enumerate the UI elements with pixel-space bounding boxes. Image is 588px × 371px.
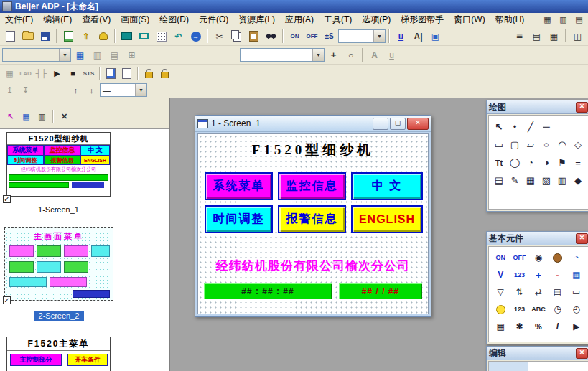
new-file-icon[interactable] [2,29,19,44]
menu-window[interactable]: 窗口(W) [449,12,490,27]
screen2-thumbnail[interactable]: 主画面菜单 [4,227,113,301]
scale-tool[interactable]: ▤ [491,172,507,189]
menu-tools[interactable]: 工具(T) [319,12,357,27]
alarm-bell-icon[interactable] [95,29,111,44]
combo-arrow-icon[interactable]: ▼ [373,30,385,42]
combo-arrow-icon[interactable]: ▼ [59,49,70,61]
go-online-icon[interactable]: → [187,29,204,44]
grid-snap-icon[interactable]: ▤ [528,29,545,44]
edit-palette-titlebar[interactable]: 编辑 ✕ [487,347,588,360]
screen-next-icon[interactable]: ▤ [106,47,123,62]
hmi-button-chinese[interactable]: 中 文 [351,172,423,200]
set-value-icon[interactable]: ±S [321,29,337,44]
screen-manager-icon[interactable]: ◫ [569,29,586,44]
text-align-icon[interactable]: A| [410,29,426,44]
help-doc-icon[interactable]: ▤ [571,13,587,27]
copy-icon[interactable] [228,29,245,44]
select-pointer-icon[interactable]: ↖ [3,110,18,123]
menu-file[interactable]: 文件(F) [0,12,38,27]
ladder-grid-icon[interactable]: ▦ [2,67,17,80]
increment-element[interactable]: + [529,266,548,283]
on-button-element[interactable]: ON [491,249,510,266]
cursor-tool[interactable]: ↖ [491,118,507,136]
tile-windows-icon[interactable]: ▦ [546,29,562,44]
screen-list-icon[interactable]: ▦ [72,47,88,62]
contact-on-icon[interactable]: ON [286,29,303,44]
lad-mode-icon[interactable]: LAD [18,67,33,80]
zoom-combo[interactable]: — ▼ [100,83,147,97]
ellipse-tool[interactable]: ○ [538,136,554,154]
table-tool[interactable]: ▦ [523,172,538,189]
polygon-tool[interactable]: ◇ [570,136,586,154]
align-a2-icon[interactable]: A [366,47,383,62]
chart-tool[interactable]: ▥ [554,172,570,189]
parallelogram-tool[interactable]: ▱ [523,136,538,154]
doc-clock-icon[interactable] [103,67,118,80]
history-table-element[interactable]: ▦ [491,318,510,335]
multistate-element[interactable]: ⇄ [529,283,548,301]
save-icon[interactable] [37,29,53,44]
titlebar[interactable]: Beijer ADP - [未命名] [0,0,588,13]
settings-element[interactable]: ✱ [510,318,528,335]
grid-screen-icon[interactable] [153,29,169,44]
outline-rect-icon[interactable] [136,29,152,44]
hmi-button-monitor-info[interactable]: 监控信息 [278,172,346,200]
screen1-thumbnail[interactable]: F1520型细纱机 系统菜单 监控信息 中 文 时间调整 报警信息 ENGLIS… [6,132,111,197]
object-combo[interactable]: ▼ [2,48,71,62]
step-element[interactable]: ⇅ [510,283,528,301]
combo-arrow-icon[interactable]: ▼ [312,49,324,61]
toggle-element[interactable]: ▽ [491,283,510,301]
nudge-up-icon[interactable]: ↥ [2,83,17,97]
pie-tool[interactable]: ◔ [523,154,538,172]
filled-rect-icon[interactable] [118,29,135,44]
screen-prev-icon[interactable]: ▥ [89,47,106,62]
hmi-button-english[interactable]: ENGLISH [351,205,423,233]
crosshair-icon[interactable]: ＋ [325,47,342,62]
menu-options[interactable]: 选项(P) [357,12,396,27]
image-tool[interactable]: ▧ [538,172,554,189]
arc-tool[interactable]: ◠ [554,136,570,154]
arrange-icon[interactable]: ▣ [427,29,444,44]
menu-draw[interactable]: 绘图(D) [154,12,194,27]
stop-icon[interactable]: ■ [65,67,80,80]
screen1-label[interactable]: 1-Screen_1 [6,205,111,214]
font-combo[interactable]: ▼ [240,48,325,62]
close-icon[interactable]: ✕ [576,233,588,244]
line-tool[interactable]: ╱ [523,118,538,136]
set-value-element[interactable]: V [491,266,510,283]
screen1-window[interactable]: 1 - Screen_1 — ▢ ✕ F1520型细纱机 系统菜单 监控信息 中… [195,115,431,317]
hmi-time-display[interactable]: ## : ## : ## [204,283,332,299]
run-icon[interactable]: ▶ [50,67,65,80]
order-up-icon[interactable]: ↑ [68,83,83,97]
contact-symbol-icon[interactable]: ┤├ [34,67,49,80]
hline-tool[interactable]: ─ [538,118,554,136]
trend-element[interactable]: ▶ [567,318,586,335]
order-down-icon[interactable]: ↓ [84,83,99,97]
percent-element[interactable]: % [529,318,548,335]
hmi-date-display[interactable]: ## / / ## [339,283,422,299]
screen2-label[interactable]: 2-Screen_2 [34,311,85,321]
rectangle-tool[interactable]: ▭ [491,136,507,154]
doc-report-icon[interactable] [119,67,134,80]
keypad-element[interactable]: ▤ [548,283,566,301]
screen2-checkbox[interactable]: ✓ [3,296,11,304]
unlock-icon[interactable] [141,67,157,80]
screen1-checkbox[interactable]: ✓ [3,195,11,203]
flag-tool[interactable]: ⚑ [554,154,570,172]
close-panel-icon[interactable]: ✕ [57,110,72,123]
cut-icon[interactable]: ✂ [211,29,228,44]
half-circle-tool[interactable]: ◑ [538,154,554,172]
lock-icon[interactable] [157,67,172,80]
close-icon[interactable]: ✕ [576,348,588,359]
align-list-icon[interactable]: ≣ [511,29,528,44]
underline2-icon[interactable]: u [383,47,400,62]
hmi-button-alarm-info[interactable]: 报警信息 [278,205,346,233]
point-tool[interactable]: • [507,118,523,136]
gauge-element[interactable]: ◔ [567,249,586,266]
hmi-button-system-menu[interactable]: 系统菜单 [205,172,273,200]
basic-palette-titlebar[interactable]: 基本元件 ✕ [487,232,588,245]
menu-application[interactable]: 应用(A) [280,12,319,27]
hmi-button-time-adjust[interactable]: 时间调整 [205,205,273,233]
pen-tool[interactable]: ✎ [507,172,523,189]
text-display-element[interactable]: ABC [529,301,548,318]
